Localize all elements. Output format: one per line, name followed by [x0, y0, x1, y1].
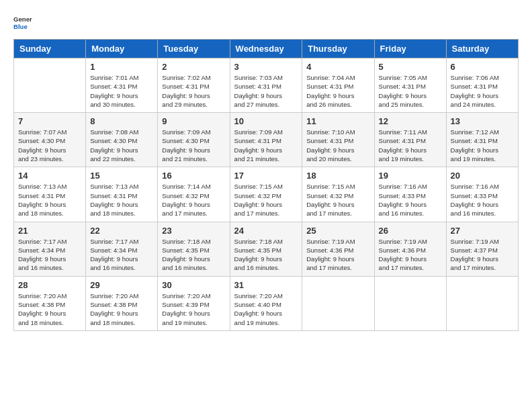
day-info: Sunrise: 7:08 AM Sunset: 4:30 PM Dayligh…: [90, 128, 153, 163]
calendar-table: SundayMondayTuesdayWednesdayThursdayFrid…: [13, 39, 519, 331]
day-info: Sunrise: 7:09 AM Sunset: 4:31 PM Dayligh…: [234, 128, 298, 163]
calendar-cell: 29Sunrise: 7:20 AM Sunset: 4:38 PM Dayli…: [86, 276, 158, 330]
day-info: Sunrise: 7:12 AM Sunset: 4:31 PM Dayligh…: [451, 128, 514, 163]
logo: GeneralBlue: [13, 13, 32, 32]
day-info: Sunrise: 7:07 AM Sunset: 4:30 PM Dayligh…: [18, 128, 81, 163]
day-info: Sunrise: 7:05 AM Sunset: 4:31 PM Dayligh…: [379, 73, 442, 109]
page-header: GeneralBlue: [13, 13, 519, 32]
day-info: Sunrise: 7:16 AM Sunset: 4:33 PM Dayligh…: [379, 182, 442, 218]
weekday-header-sunday: Sunday: [14, 40, 86, 58]
day-info: Sunrise: 7:14 AM Sunset: 4:32 PM Dayligh…: [162, 182, 225, 218]
day-number: 23: [162, 226, 225, 236]
calendar-cell: 1Sunrise: 7:01 AM Sunset: 4:31 PM Daylig…: [86, 58, 158, 113]
day-number: 7: [18, 116, 81, 126]
calendar-cell: 15Sunrise: 7:13 AM Sunset: 4:31 PM Dayli…: [86, 167, 158, 222]
day-number: 29: [90, 280, 153, 290]
calendar-cell: 31Sunrise: 7:20 AM Sunset: 4:40 PM Dayli…: [230, 276, 302, 330]
day-number: 24: [234, 226, 298, 236]
day-info: Sunrise: 7:18 AM Sunset: 4:35 PM Dayligh…: [162, 237, 225, 273]
day-number: 9: [162, 116, 225, 126]
day-number: 18: [306, 171, 369, 181]
day-info: Sunrise: 7:20 AM Sunset: 4:38 PM Dayligh…: [90, 291, 153, 327]
calendar-cell: 26Sunrise: 7:19 AM Sunset: 4:36 PM Dayli…: [374, 222, 446, 276]
calendar-cell: 22Sunrise: 7:17 AM Sunset: 4:34 PM Dayli…: [86, 222, 158, 276]
calendar-cell: 7Sunrise: 7:07 AM Sunset: 4:30 PM Daylig…: [14, 113, 86, 167]
calendar-cell: 18Sunrise: 7:15 AM Sunset: 4:32 PM Dayli…: [302, 167, 374, 222]
day-info: Sunrise: 7:19 AM Sunset: 4:37 PM Dayligh…: [451, 237, 514, 273]
day-info: Sunrise: 7:17 AM Sunset: 4:34 PM Dayligh…: [18, 237, 81, 273]
day-info: Sunrise: 7:19 AM Sunset: 4:36 PM Dayligh…: [306, 237, 369, 273]
day-info: Sunrise: 7:20 AM Sunset: 4:39 PM Dayligh…: [162, 291, 225, 327]
calendar-cell: 24Sunrise: 7:18 AM Sunset: 4:35 PM Dayli…: [230, 222, 302, 276]
day-number: 5: [379, 62, 442, 72]
day-info: Sunrise: 7:02 AM Sunset: 4:31 PM Dayligh…: [162, 73, 225, 109]
calendar-cell: 21Sunrise: 7:17 AM Sunset: 4:34 PM Dayli…: [14, 222, 86, 276]
day-info: Sunrise: 7:17 AM Sunset: 4:34 PM Dayligh…: [90, 237, 153, 273]
day-number: 17: [234, 171, 298, 181]
day-info: Sunrise: 7:18 AM Sunset: 4:35 PM Dayligh…: [234, 237, 298, 273]
calendar-cell: 12Sunrise: 7:11 AM Sunset: 4:31 PM Dayli…: [374, 113, 446, 167]
day-number: 13: [451, 116, 514, 126]
calendar-cell: 13Sunrise: 7:12 AM Sunset: 4:31 PM Dayli…: [446, 113, 518, 167]
weekday-header-tuesday: Tuesday: [158, 40, 230, 58]
day-info: Sunrise: 7:01 AM Sunset: 4:31 PM Dayligh…: [90, 73, 153, 109]
calendar-cell: 10Sunrise: 7:09 AM Sunset: 4:31 PM Dayli…: [230, 113, 302, 167]
calendar-cell: 17Sunrise: 7:15 AM Sunset: 4:32 PM Dayli…: [230, 167, 302, 222]
calendar-cell: 23Sunrise: 7:18 AM Sunset: 4:35 PM Dayli…: [158, 222, 230, 276]
day-info: Sunrise: 7:20 AM Sunset: 4:40 PM Dayligh…: [234, 291, 298, 327]
day-info: Sunrise: 7:15 AM Sunset: 4:32 PM Dayligh…: [306, 182, 369, 218]
calendar-cell: 9Sunrise: 7:09 AM Sunset: 4:30 PM Daylig…: [158, 113, 230, 167]
day-info: Sunrise: 7:09 AM Sunset: 4:30 PM Dayligh…: [162, 128, 225, 163]
calendar-cell: 16Sunrise: 7:14 AM Sunset: 4:32 PM Dayli…: [158, 167, 230, 222]
calendar-cell: 5Sunrise: 7:05 AM Sunset: 4:31 PM Daylig…: [374, 58, 446, 113]
day-number: 11: [306, 116, 369, 126]
day-number: 25: [306, 226, 369, 236]
day-number: 21: [18, 226, 81, 236]
day-number: 8: [90, 116, 153, 126]
day-number: 30: [162, 280, 225, 290]
day-number: 26: [379, 226, 442, 236]
day-info: Sunrise: 7:16 AM Sunset: 4:33 PM Dayligh…: [451, 182, 514, 218]
calendar-week-2: 7Sunrise: 7:07 AM Sunset: 4:30 PM Daylig…: [14, 113, 519, 167]
calendar-cell: 25Sunrise: 7:19 AM Sunset: 4:36 PM Dayli…: [302, 222, 374, 276]
calendar-cell: 2Sunrise: 7:02 AM Sunset: 4:31 PM Daylig…: [158, 58, 230, 113]
calendar-cell: 6Sunrise: 7:06 AM Sunset: 4:31 PM Daylig…: [446, 58, 518, 113]
calendar-cell: 11Sunrise: 7:10 AM Sunset: 4:31 PM Dayli…: [302, 113, 374, 167]
day-number: 28: [18, 280, 81, 290]
day-number: 20: [451, 171, 514, 181]
day-info: Sunrise: 7:13 AM Sunset: 4:31 PM Dayligh…: [18, 182, 81, 218]
calendar-cell: 27Sunrise: 7:19 AM Sunset: 4:37 PM Dayli…: [446, 222, 518, 276]
day-info: Sunrise: 7:19 AM Sunset: 4:36 PM Dayligh…: [379, 237, 442, 273]
day-number: 31: [234, 280, 298, 290]
calendar-week-4: 21Sunrise: 7:17 AM Sunset: 4:34 PM Dayli…: [14, 222, 519, 276]
day-number: 4: [306, 62, 369, 72]
calendar-cell: 20Sunrise: 7:16 AM Sunset: 4:33 PM Dayli…: [446, 167, 518, 222]
calendar-cell: 30Sunrise: 7:20 AM Sunset: 4:39 PM Dayli…: [158, 276, 230, 330]
calendar-cell: 28Sunrise: 7:20 AM Sunset: 4:38 PM Dayli…: [14, 276, 86, 330]
day-number: 14: [18, 171, 81, 181]
day-info: Sunrise: 7:20 AM Sunset: 4:38 PM Dayligh…: [18, 291, 81, 327]
day-number: 15: [90, 171, 153, 181]
day-number: 12: [379, 116, 442, 126]
day-number: 3: [234, 62, 298, 72]
weekday-header-wednesday: Wednesday: [230, 40, 302, 58]
calendar-cell: 3Sunrise: 7:03 AM Sunset: 4:31 PM Daylig…: [230, 58, 302, 113]
day-info: Sunrise: 7:04 AM Sunset: 4:31 PM Dayligh…: [306, 73, 369, 109]
svg-text:General: General: [13, 15, 32, 23]
day-number: 2: [162, 62, 225, 72]
day-number: 27: [451, 226, 514, 236]
calendar-cell: 14Sunrise: 7:13 AM Sunset: 4:31 PM Dayli…: [14, 167, 86, 222]
calendar-cell: 4Sunrise: 7:04 AM Sunset: 4:31 PM Daylig…: [302, 58, 374, 113]
logo-icon: GeneralBlue: [13, 13, 32, 32]
weekday-header-monday: Monday: [86, 40, 158, 58]
day-info: Sunrise: 7:10 AM Sunset: 4:31 PM Dayligh…: [306, 128, 369, 163]
svg-text:Blue: Blue: [13, 23, 28, 30]
day-number: 1: [90, 62, 153, 72]
calendar-cell: 19Sunrise: 7:16 AM Sunset: 4:33 PM Dayli…: [374, 167, 446, 222]
day-info: Sunrise: 7:06 AM Sunset: 4:31 PM Dayligh…: [451, 73, 514, 109]
weekday-header-row: SundayMondayTuesdayWednesdayThursdayFrid…: [14, 40, 519, 58]
calendar-week-1: 1Sunrise: 7:01 AM Sunset: 4:31 PM Daylig…: [14, 58, 519, 113]
day-info: Sunrise: 7:03 AM Sunset: 4:31 PM Dayligh…: [234, 73, 298, 109]
weekday-header-saturday: Saturday: [446, 40, 518, 58]
calendar-cell: [302, 276, 374, 330]
